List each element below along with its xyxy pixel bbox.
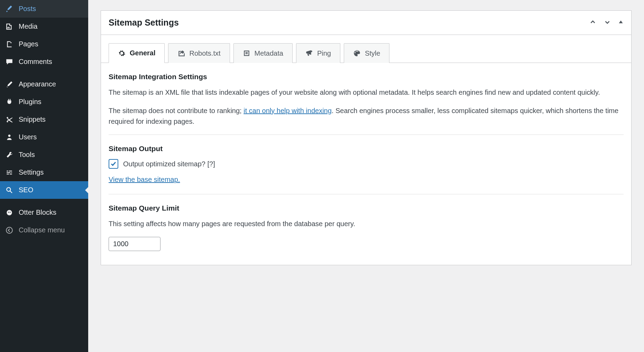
integration-paragraph-2: The sitemap does not contribute to ranki… [109, 105, 624, 127]
tab-label: General [130, 49, 155, 57]
sidebar-item-collapse[interactable]: Collapse menu [0, 221, 88, 239]
section-title-integration: Sitemap Integration Settings [109, 73, 624, 81]
sidebar-item-label: Collapse menu [19, 226, 65, 234]
sidebar-item-plugins[interactable]: Plugins [0, 93, 88, 111]
main-content: Sitemap Settings General [88, 0, 644, 352]
pages-icon [6, 40, 13, 48]
tabs: General Robots.txt Metadata Ping [101, 35, 631, 63]
search-icon [6, 186, 13, 194]
panel-title: Sitemap Settings [109, 18, 179, 28]
sidebar-item-otter-blocks[interactable]: Otter Blocks [0, 204, 88, 221]
gear-icon [118, 49, 126, 57]
sidebar-item-label: Media [19, 22, 37, 30]
sidebar-item-media[interactable]: Media [0, 18, 88, 35]
output-checkbox-row: Output optimized sitemap? [?] [109, 159, 624, 169]
document-icon [243, 49, 250, 57]
sidebar-item-pages[interactable]: Pages [0, 35, 88, 53]
sidebar-item-label: Snippets [19, 115, 46, 123]
sidebar-item-comments[interactable]: Comments [0, 53, 88, 71]
settings-panel: Sitemap Settings General [101, 10, 632, 265]
svg-point-3 [6, 227, 12, 233]
tab-metadata[interactable]: Metadata [233, 43, 293, 63]
tab-label: Style [365, 49, 380, 57]
sidebar-item-label: Settings [19, 168, 44, 176]
panel-controls [589, 18, 624, 27]
tab-style[interactable]: Style [344, 43, 389, 63]
sidebar-item-users[interactable]: Users [0, 128, 88, 146]
divider [109, 135, 624, 135]
text-fragment: The sitemap does not contribute to ranki… [109, 107, 243, 114]
panel-header: Sitemap Settings [101, 11, 631, 35]
section-title-output: Sitemap Output [109, 145, 624, 153]
panel-body: Sitemap Integration Settings The sitemap… [101, 63, 631, 265]
tab-general[interactable]: General [109, 43, 165, 63]
sidebar-item-label: Comments [19, 58, 52, 66]
sidebar-separator [0, 71, 88, 75]
section-title-query-limit: Sitemap Query Limit [109, 204, 624, 212]
brush-icon [6, 81, 13, 88]
export-icon [177, 49, 185, 57]
indexing-help-link[interactable]: it can only help with indexing [243, 107, 332, 114]
sidebar-item-label: Posts [19, 5, 36, 13]
sidebar-item-tools[interactable]: Tools [0, 146, 88, 164]
sidebar-separator [0, 199, 88, 204]
sidebar-item-posts[interactable]: Posts [0, 0, 88, 18]
comment-icon [6, 58, 13, 66]
sidebar-item-seo[interactable]: SEO [0, 181, 88, 199]
query-limit-description: This setting affects how many pages are … [109, 219, 624, 229]
tab-label: Robots.txt [189, 49, 220, 57]
wrench-icon [6, 151, 13, 159]
output-optimized-label: Output optimized sitemap? [?] [123, 160, 215, 168]
palette-icon [353, 49, 361, 57]
sidebar-item-label: Users [19, 133, 37, 141]
plug-icon [6, 98, 13, 106]
tab-label: Metadata [255, 49, 283, 57]
svg-point-0 [7, 210, 12, 215]
tab-robots[interactable]: Robots.txt [168, 43, 230, 63]
output-optimized-checkbox[interactable] [109, 159, 118, 169]
tab-ping[interactable]: Ping [296, 43, 340, 63]
view-sitemap-link[interactable]: View the base sitemap. [109, 176, 180, 184]
sidebar-item-label: Appearance [19, 80, 56, 88]
admin-sidebar: Posts Media Pages Comments Appearance Pl… [0, 0, 88, 352]
panel-down-button[interactable] [604, 18, 611, 27]
megaphone-icon [305, 49, 313, 57]
sidebar-item-label: Tools [19, 151, 35, 159]
tab-label: Ping [317, 49, 331, 57]
sidebar-item-settings[interactable]: Settings [0, 164, 88, 181]
svg-point-2 [10, 212, 11, 213]
pushpin-icon [6, 5, 13, 13]
sidebar-item-snippets[interactable]: Snippets [0, 111, 88, 128]
sidebar-item-label: SEO [19, 186, 33, 194]
svg-point-1 [8, 212, 9, 213]
integration-paragraph-1: The sitemap is an XML file that lists in… [109, 87, 624, 98]
media-icon [6, 23, 13, 30]
otter-icon [6, 209, 13, 216]
sidebar-item-label: Pages [19, 40, 38, 48]
sliders-icon [6, 169, 13, 176]
collapse-icon [6, 226, 13, 234]
query-limit-input[interactable] [109, 237, 160, 251]
panel-toggle-button[interactable] [618, 19, 624, 26]
sidebar-item-label: Plugins [19, 98, 42, 106]
panel-up-button[interactable] [589, 18, 597, 27]
scissors-icon [6, 116, 13, 123]
sidebar-item-label: Otter Blocks [19, 209, 56, 216]
user-icon [6, 133, 13, 141]
sidebar-item-appearance[interactable]: Appearance [0, 75, 88, 93]
divider [109, 194, 624, 194]
